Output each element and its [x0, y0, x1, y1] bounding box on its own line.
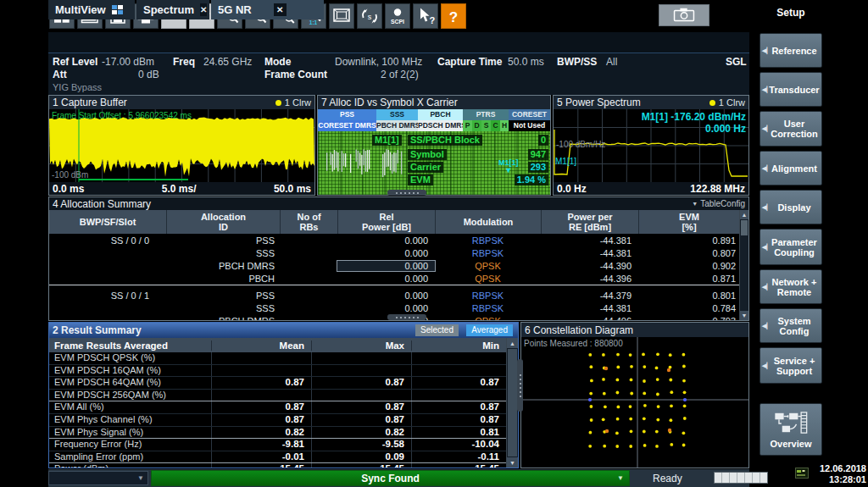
alloc-legend-row1: PSSSSSPBCHPTRSCORESET [318, 109, 550, 120]
result-cell: 0.87 [311, 377, 411, 389]
column-header-no-of[interactable]: No ofRBs [280, 210, 337, 234]
result-row[interactable]: Sampling Error (ppm)-0.010.09-0.11 [49, 451, 506, 464]
softkey-transducer[interactable]: ◀▏Transducer [760, 72, 822, 107]
softkey-arrow-icon: ◀▏ [762, 242, 771, 252]
softkey-service-support[interactable]: ◀▏Service + Support [760, 347, 822, 384]
result-cell: EVM Phys Signal (%) [49, 427, 211, 439]
softkey-reference[interactable]: ◀▏Reference [760, 33, 822, 68]
close-icon[interactable]: ✕ [274, 3, 287, 16]
column-header-bwp-sf-slot[interactable]: BWP/SF/Slot [49, 210, 166, 234]
result-cell: EVM PDSCH QPSK (%) [49, 352, 211, 364]
close-icon[interactable]: ✕ [200, 3, 207, 16]
column-header-frame-results-averaged[interactable]: Frame Results Averaged [49, 340, 211, 351]
splitter-handle[interactable] [387, 314, 426, 320]
column-header-power-per[interactable]: Power perRE [dBm] [541, 210, 638, 234]
softkey-display[interactable]: ◀▏Display [760, 190, 822, 224]
scpi-recorder-button[interactable]: SCPI [385, 3, 410, 29]
tab-spectrum[interactable]: Spectrum ✕ [136, 0, 209, 19]
tab-label: MultiView [55, 3, 106, 16]
view-tab-averaged[interactable]: Averaged [466, 324, 513, 336]
result-row[interactable]: EVM Phys Channel (%)0.870.870.87 [49, 414, 506, 427]
scrollbar-thumb[interactable] [508, 349, 517, 457]
splitter-handle[interactable] [387, 190, 426, 196]
allocation-row[interactable]: SSS0.000RBPSK-44.3810.784 [49, 302, 739, 314]
softkey-system-config[interactable]: ◀▏System Config [760, 308, 822, 343]
frame-count-value: 2 of 2(2) [381, 69, 419, 80]
softkey-label: Reference [771, 46, 816, 56]
ref-level-chart-label: -100 dBm/Hz [556, 140, 605, 149]
result-row[interactable]: EVM PDSCH QPSK (%) [49, 352, 506, 365]
sync-status-bar[interactable]: ▼ Sync Found [151, 470, 630, 486]
axis-end: 122.88 MHz [690, 183, 745, 195]
alloc-cell: RBPSK [435, 235, 541, 246]
tab-multiview[interactable]: MultiView [48, 0, 135, 19]
scpi-icon: SCPI [387, 6, 408, 26]
scroll-up-icon[interactable]: ▲ [740, 210, 748, 219]
result-cell: 0.87 [411, 401, 506, 413]
result-row[interactable]: EVM PDSCH 16QAM (%) [49, 365, 506, 378]
result-cell: -15.45 [411, 463, 506, 468]
svg-text:SCPI: SCPI [391, 19, 404, 25]
softkey-user-correction[interactable]: ◀▏User Correction [760, 111, 822, 147]
alloc-cell: SSS [166, 303, 280, 313]
trace-badge: 1 Clrw [709, 97, 745, 108]
column-header-modulation[interactable]: Modulation [435, 210, 541, 234]
column-header-allocation[interactable]: AllocationID [166, 210, 280, 234]
softkey-arrow-icon: ◀▏ [762, 321, 771, 331]
column-header-max[interactable]: Max [311, 340, 411, 351]
screenshot-button[interactable] [659, 4, 709, 26]
allocation-row[interactable]: SS / 0 / 1PSS0.000RBPSK-44.3790.801 [49, 289, 739, 302]
result-scrollbar[interactable]: ▲ ▼ [506, 338, 518, 468]
result-row[interactable]: EVM All (%)0.870.870.87 [49, 401, 506, 414]
legend-item-not-used: Not Used [509, 120, 550, 131]
result-row[interactable]: EVM Phys Signal (%)0.820.820.81 [49, 427, 506, 440]
status-dropdown[interactable]: ▼ [48, 471, 148, 485]
legend-item-pdsch-dmrs: PDSCH DMRS [418, 120, 463, 131]
overview-label: Overview [771, 439, 812, 449]
result-cell: EVM All (%) [49, 401, 211, 413]
softkey-network-remote[interactable]: ◀▏Network + Remote [760, 269, 822, 304]
softkey-label: Transducer [769, 85, 819, 95]
scrollbar-thumb[interactable] [741, 220, 748, 235]
column-header-evm[interactable]: EVM[%] [638, 210, 739, 234]
result-row[interactable]: EVM PDSCH 256QAM (%) [49, 390, 506, 402]
result-row[interactable]: Power (dBm)-15.45-15.45-15.45 [49, 463, 506, 468]
capture-time-value: 50.0 ms [508, 56, 544, 68]
scroll-down-icon[interactable]: ▼ [740, 311, 748, 320]
tab-5gnr[interactable]: 5G NR ✕ [211, 0, 324, 19]
softkey-label: Network + Remote [770, 277, 819, 297]
datetime: 12.06.2018 13:28:01 [810, 463, 866, 485]
panel-title: 1 Capture Buffer [53, 97, 127, 108]
softkey-parameter-coupling[interactable]: ◀▏Parameter Coupling [760, 229, 822, 265]
scroll-down-icon[interactable]: ▼ [507, 457, 518, 468]
context-help-button[interactable]: ? [413, 3, 438, 29]
scroll-up-icon[interactable]: ▲ [507, 338, 518, 348]
sequencer-button[interactable]: s [357, 3, 382, 29]
table-config-button[interactable]: ▼ TableConfig [692, 199, 745, 208]
allocation-row[interactable]: PBCH0.000QPSK-44.3960.871 [49, 272, 739, 285]
column-header-min[interactable]: Min [411, 340, 506, 351]
help-button[interactable]: ? [441, 3, 466, 29]
softkey-arrow-icon: ◀▏ [762, 85, 771, 95]
result-row[interactable]: Frequency Error (Hz)-9.81-9.58-10.04 [49, 439, 506, 451]
softkey-label: User Correction [770, 119, 819, 139]
display-frame-button[interactable] [329, 3, 354, 29]
softkey-alignment[interactable]: ◀▏Alignment [760, 151, 822, 185]
splitter-handle[interactable] [517, 359, 523, 412]
softkey-label: Alignment [771, 163, 817, 174]
freq-value: 24.65 GHz [203, 56, 252, 68]
display-frame-icon [331, 6, 352, 26]
chevron-down-icon: ▼ [617, 474, 624, 482]
result-cell [311, 352, 411, 364]
allocation-scrollbar[interactable]: ▲ ▼ [739, 210, 748, 320]
allocation-row[interactable]: SSS0.000RBPSK-44.3810.807 [49, 246, 739, 259]
column-header-rel[interactable]: RelPower [dB] [337, 210, 435, 234]
overview-button[interactable]: Overview [760, 403, 822, 456]
allocation-row[interactable]: PBCH DMRS0.000QPSK-44.3900.902 [49, 259, 739, 272]
alloc-cell: PSS [166, 235, 280, 246]
frame-count-label: Frame Count [264, 69, 327, 80]
column-header-mean[interactable]: Mean [211, 340, 311, 351]
allocation-row[interactable]: SS / 0 / 0PSS0.000RBPSK-44.3810.891 [49, 234, 739, 246]
view-tab-selected[interactable]: Selected [415, 324, 459, 336]
result-row[interactable]: EVM PDSCH 64QAM (%)0.870.870.87 [49, 377, 506, 390]
